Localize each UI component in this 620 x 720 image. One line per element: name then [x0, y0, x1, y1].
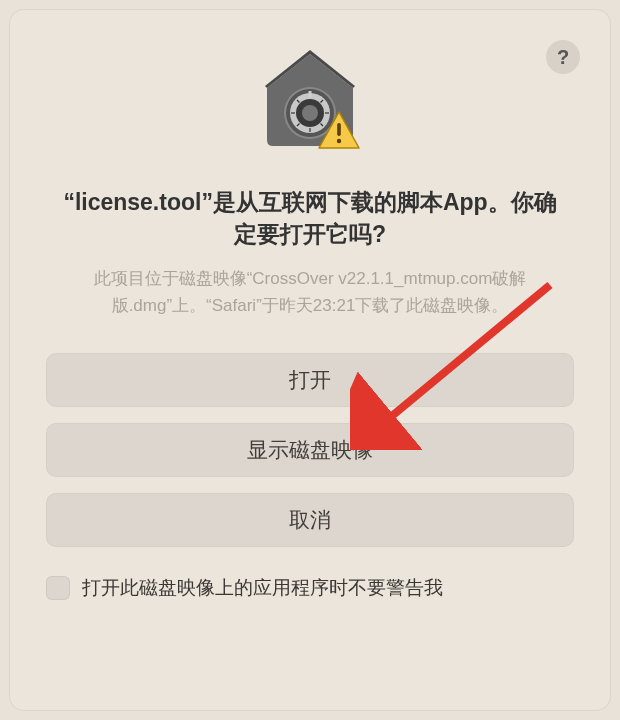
show-disk-image-button[interactable]: 显示磁盘映像	[46, 423, 574, 477]
gatekeeper-dialog: ?	[10, 10, 610, 710]
dialog-subtitle: 此项目位于磁盘映像“CrossOver v22.1.1_mtmup.com破解版…	[46, 266, 574, 319]
open-button[interactable]: 打开	[46, 353, 574, 407]
dont-warn-row: 打开此磁盘映像上的应用程序时不要警告我	[46, 575, 574, 601]
button-stack: 打开 显示磁盘映像 取消	[46, 353, 574, 547]
cancel-button[interactable]: 取消	[46, 493, 574, 547]
svg-rect-14	[337, 123, 341, 136]
security-icon	[46, 48, 574, 158]
help-button[interactable]: ?	[546, 40, 580, 74]
dialog-title: “license.tool”是从互联网下载的脚本App。你确定要打开它吗?	[46, 186, 574, 250]
dont-warn-label: 打开此磁盘映像上的应用程序时不要警告我	[82, 575, 443, 601]
svg-rect-13	[309, 91, 312, 98]
dont-warn-checkbox[interactable]	[46, 576, 70, 600]
svg-point-4	[302, 105, 318, 121]
svg-point-15	[337, 139, 341, 143]
